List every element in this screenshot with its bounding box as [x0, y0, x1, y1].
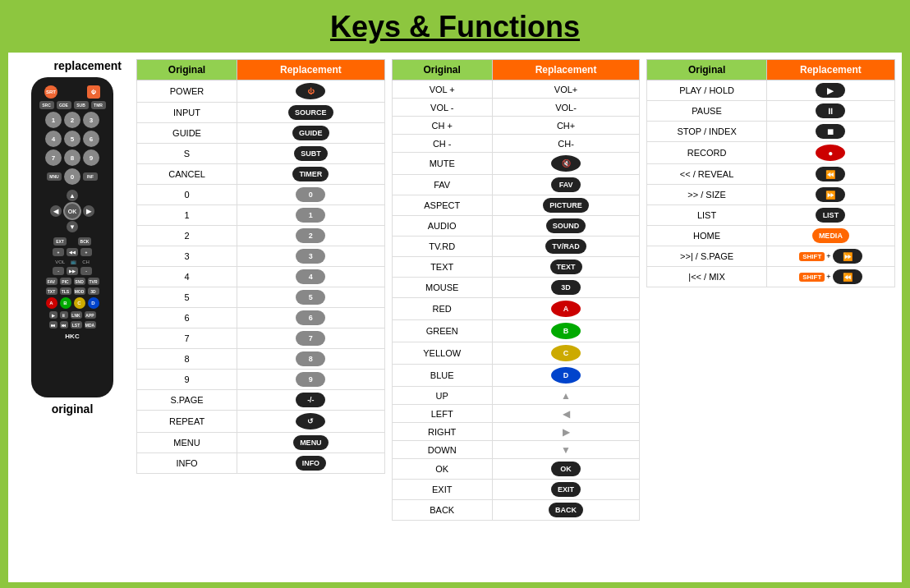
remote-section: replacement SRT ⏻ SRC GDE SUB TMR 1 2 3 …: [15, 59, 130, 576]
original-cell: 4: [137, 267, 237, 287]
table-row: GREEN B: [392, 320, 640, 342]
table-row: << / REVEAL ⏪: [647, 164, 895, 185]
table-row: DOWN ▼: [392, 441, 640, 459]
table2-header-original: Original: [392, 60, 492, 80]
table-row: 1 1: [137, 205, 385, 226]
table-row: CH - CH-: [392, 135, 640, 153]
replacement-cell: INFO: [237, 453, 385, 474]
replacement-cell: 6: [237, 308, 385, 328]
table2-header-replacement: Replacement: [492, 60, 640, 80]
table3-header-replacement: Replacement: [766, 60, 894, 80]
table1-header-original: Original: [137, 60, 237, 80]
table-row: POWER ⏻: [137, 80, 385, 103]
original-label: original: [52, 402, 94, 416]
table-row: YELLOW C: [392, 342, 640, 365]
replacement-cell: 9: [237, 370, 385, 390]
replacement-cell: TIMER: [237, 164, 385, 185]
original-cell: 8: [137, 349, 237, 370]
replacement-cell: ↺: [237, 411, 385, 433]
table-row: |<< / MIX SHIFT + ⏪: [647, 267, 895, 287]
original-cell: CANCEL: [137, 164, 237, 185]
replacement-cell: 8: [237, 349, 385, 370]
table-row: STOP / INDEX ⏹: [647, 122, 895, 142]
table-row: S SUBT: [137, 144, 385, 164]
table-row: ASPECT PICTURE: [392, 195, 640, 216]
table-row: MUTE 🔇: [392, 153, 640, 175]
replacement-cell: 0: [237, 185, 385, 205]
table-row: PAUSE ⏸: [647, 101, 895, 122]
table-2: Original Replacement VOL + VOL+ VOL - VO…: [392, 59, 641, 521]
table-row: VOL - VOL-: [392, 99, 640, 117]
table-row: 9 9: [137, 370, 385, 390]
table-row: LEFT ◀: [392, 405, 640, 423]
table-row: GUIDE GUIDE: [137, 123, 385, 144]
tables-section: Original Replacement POWER ⏻ INPUT SOURC…: [136, 59, 895, 576]
original-cell: 5: [137, 287, 237, 308]
original-cell: 3: [137, 246, 237, 267]
replacement-cell: 1: [237, 205, 385, 226]
table-1: Original Replacement POWER ⏻ INPUT SOURC…: [136, 59, 385, 474]
table-row: BLUE D: [392, 365, 640, 387]
replacement-cell: GUIDE: [237, 123, 385, 144]
table-row: 5 5: [137, 287, 385, 308]
table-row: OK OK: [392, 459, 640, 480]
table-row: EXIT EXIT: [392, 480, 640, 500]
table-row: INFO INFO: [137, 453, 385, 474]
original-cell: 2: [137, 226, 237, 246]
original-cell: MENU: [137, 433, 237, 453]
replacement-cell: 7: [237, 328, 385, 349]
table-row: 2 2: [137, 226, 385, 246]
original-cell: 6: [137, 308, 237, 328]
table-row: AUDIO SOUND: [392, 216, 640, 237]
table-row: PLAY / HOLD ▶: [647, 80, 895, 101]
original-cell: S.PAGE: [137, 390, 237, 411]
table-row: TEXT TEXT: [392, 257, 640, 278]
table-row: >>| / S.PAGE SHIFT + ⏩: [647, 246, 895, 267]
replacement-cell: 4: [237, 267, 385, 287]
original-cell: INFO: [137, 453, 237, 474]
table-row: TV.RD TV/RAD: [392, 237, 640, 257]
replacement-label: replacement: [54, 59, 122, 72]
table-row: RECORD ●: [647, 142, 895, 164]
table-row: HOME MEDIA: [647, 226, 895, 246]
table-row: BACK BACK: [392, 500, 640, 521]
original-cell: 7: [137, 328, 237, 349]
replacement-cell: MENU: [237, 433, 385, 453]
table-row: >> / SIZE ⏩: [647, 185, 895, 205]
table-row: 0 0: [137, 185, 385, 205]
table-row: FAV FAV: [392, 175, 640, 195]
replacement-cell: 5: [237, 287, 385, 308]
table-row: MOUSE 3D: [392, 278, 640, 298]
table-block-3: Original Replacement PLAY / HOLD ▶ PAUSE…: [646, 59, 895, 576]
replacement-cell: SUBT: [237, 144, 385, 164]
replacement-cell: SOURCE: [237, 103, 385, 123]
replacement-cell: 2: [237, 226, 385, 246]
table-row: RED A: [392, 298, 640, 320]
replacement-cell: -/-: [237, 390, 385, 411]
table-row: CH + CH+: [392, 117, 640, 135]
table-row: S.PAGE -/-: [137, 390, 385, 411]
table1-header-replacement: Replacement: [237, 60, 385, 80]
original-cell: 1: [137, 205, 237, 226]
original-cell: 9: [137, 370, 237, 390]
page-title: Keys & Functions: [0, 10, 910, 44]
original-cell: REPEAT: [137, 411, 237, 433]
original-cell: INPUT: [137, 103, 237, 123]
table-row: 6 6: [137, 308, 385, 328]
original-cell: POWER: [137, 80, 237, 103]
table3-header-original: Original: [647, 60, 766, 80]
table-block-1: Original Replacement POWER ⏻ INPUT SOURC…: [136, 59, 385, 576]
original-cell: S: [137, 144, 237, 164]
replacement-cell: ⏻: [237, 80, 385, 103]
main-content: replacement SRT ⏻ SRC GDE SUB TMR 1 2 3 …: [8, 53, 902, 582]
original-cell: 0: [137, 185, 237, 205]
table-row: 4 4: [137, 267, 385, 287]
table-row: MENU MENU: [137, 433, 385, 453]
table-row: UP ▲: [392, 387, 640, 405]
table-row: REPEAT ↺: [137, 411, 385, 433]
table-block-2: Original Replacement VOL + VOL+ VOL - VO…: [392, 59, 641, 576]
table-3: Original Replacement PLAY / HOLD ▶ PAUSE…: [646, 59, 895, 287]
table-row: CANCEL TIMER: [137, 164, 385, 185]
table-row: 8 8: [137, 349, 385, 370]
original-cell: GUIDE: [137, 123, 237, 144]
